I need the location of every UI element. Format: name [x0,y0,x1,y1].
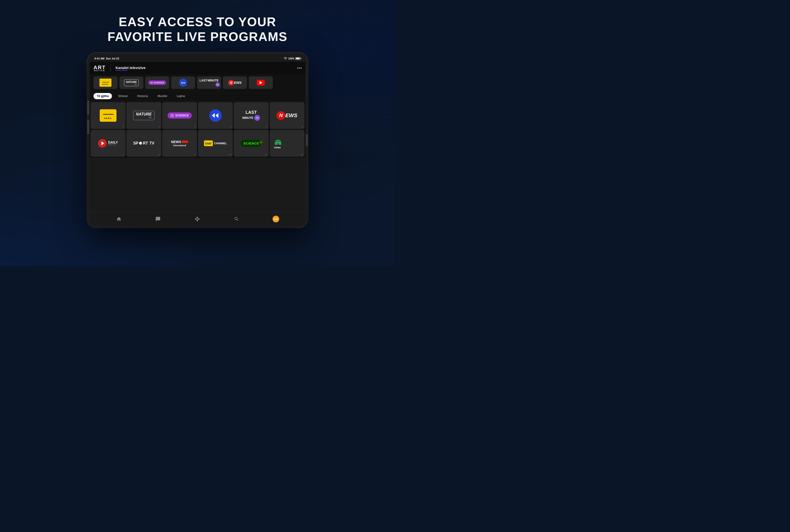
channel-cell-4[interactable]: 4 [198,102,233,129]
status-date: Sun Jul 23 [106,57,119,60]
home-button [306,134,308,146]
top-channel-4[interactable]: «» [171,76,195,89]
tablet-screen: 9:41 AM Sun Jul 23 100% ART [90,55,305,225]
nav-chat[interactable] [155,216,161,222]
page-title: EASY ACCESS TO YOUR FAVORITE LIVE PROGRA… [0,14,395,44]
nav-profile[interactable]: CA [272,216,279,222]
top-channel-news[interactable]: ⸻⸻ NEWS [93,76,117,89]
nav-search[interactable] [233,216,240,222]
filter-tabs-bar: Të gjitha Shtesë Historia Muzikë Lajme [90,91,305,101]
nav-games[interactable] [194,216,200,222]
tab-lajme[interactable]: Lajme [173,93,188,99]
header-title-underline [115,70,128,71]
art-logo: ART MOTION [93,65,106,71]
channel-cell-11[interactable]: SCIENCE HD 11 [234,130,268,157]
top-channel-nature[interactable]: NATURE HD [119,76,143,89]
app-header: ART MOTION Kanalet televizive [90,62,305,74]
tablet-device: 9:41 AM Sun Jul 23 100% ART [87,53,308,228]
tab-historia[interactable]: Historia [134,93,151,99]
channel-cell-10[interactable]: CHAT CHANNEL 10 [198,130,233,157]
channel-cell-3[interactable]: SCIENCE 3 [162,102,197,129]
tab-te-gjitha[interactable]: Të gjitha [93,93,112,99]
bottom-navigation: CA [90,212,305,225]
featured-channels-row: ⸻⸻ NEWS NATURE HD [90,74,305,91]
status-time: 9:41 AM [94,57,105,60]
channel-grid: ⸻⸻ NEWS 1 NATURE HD 2 [90,101,305,158]
top-channel-news-red[interactable]: N EWS [223,76,247,89]
top-channel-science[interactable]: SCIENCE [145,76,169,89]
wifi-icon [284,57,287,60]
channel-cell-1[interactable]: ⸻⸻ NEWS 1 [91,102,125,129]
svg-marker-3 [215,113,218,118]
channel-cell-2[interactable]: NATURE HD 2 [126,102,161,129]
antenna-icon [274,138,282,146]
more-menu-button[interactable] [297,68,302,69]
top-channel-lastminute[interactable]: LAST MINUTE hd [197,76,221,89]
status-bar: 9:41 AM Sun Jul 23 100% [90,55,305,62]
channel-cell-9[interactable]: NEWS International 9 [162,130,197,157]
header-title: Kanalet televizive [115,66,146,70]
battery-icon [295,57,301,60]
channel-cell-6[interactable]: N EWS 6 [270,102,304,129]
channel-cell-12[interactable]: news 12 [270,130,304,157]
channel-cell-8[interactable]: SP RT TV 8 [126,130,161,157]
tab-shtese[interactable]: Shtesë [115,93,131,99]
volume-up-button [87,101,89,115]
volume-down-button [87,120,89,134]
nav-home[interactable] [116,216,122,222]
header-title-group: Kanalet televizive [115,66,146,71]
svg-marker-2 [212,113,215,118]
channel-cell-7[interactable]: DAILY WATCH 7 [91,130,125,157]
channel-cell-5[interactable]: LAST MINUTE hd 5 [234,102,268,129]
battery-percent: 100% [288,57,294,60]
tab-muzike[interactable]: Muzikë [154,93,170,99]
top-channel-youtube[interactable] [249,76,273,89]
